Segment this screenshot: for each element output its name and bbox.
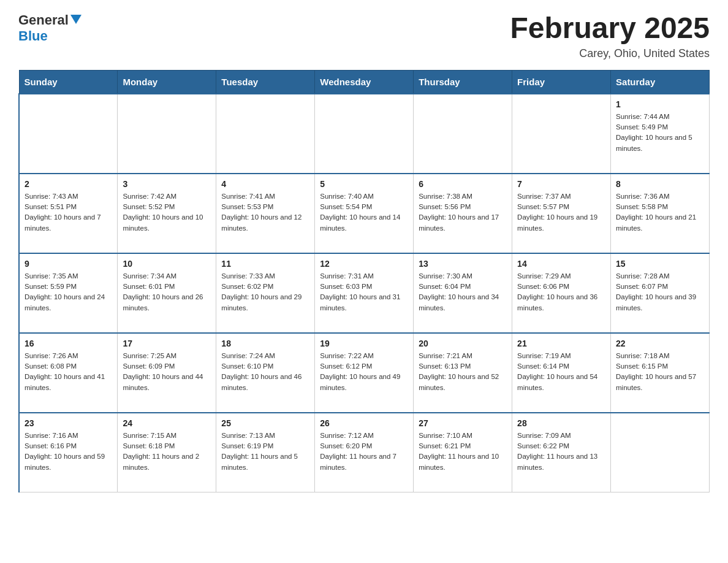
calendar-day-cell: 11Sunrise: 7:33 AMSunset: 6:02 PMDayligh… <box>216 253 315 333</box>
day-number: 3 <box>123 179 211 189</box>
day-info: Sunrise: 7:12 AMSunset: 6:20 PMDaylight:… <box>320 431 408 473</box>
day-number: 7 <box>517 179 605 189</box>
calendar-day-cell: 5Sunrise: 7:40 AMSunset: 5:54 PMDaylight… <box>315 174 414 253</box>
day-info: Sunrise: 7:13 AMSunset: 6:19 PMDaylight:… <box>221 431 309 473</box>
day-info: Sunrise: 7:10 AMSunset: 6:21 PMDaylight:… <box>419 431 507 473</box>
logo-triangle-icon <box>70 15 82 24</box>
calendar-day-cell: 1Sunrise: 7:44 AMSunset: 5:49 PMDaylight… <box>611 94 710 174</box>
calendar-day-cell: 23Sunrise: 7:16 AMSunset: 6:16 PMDayligh… <box>19 413 118 492</box>
day-number: 23 <box>25 418 112 428</box>
day-info: Sunrise: 7:33 AMSunset: 6:02 PMDaylight:… <box>221 271 309 313</box>
day-number: 24 <box>123 418 211 428</box>
calendar-day-cell: 9Sunrise: 7:35 AMSunset: 5:59 PMDaylight… <box>19 253 118 333</box>
day-number: 10 <box>123 259 211 269</box>
day-info: Sunrise: 7:16 AMSunset: 6:16 PMDaylight:… <box>25 431 112 473</box>
title-block: February 2025 Carey, Ohio, United States <box>510 12 710 60</box>
calendar-day-cell <box>315 94 414 174</box>
day-number: 19 <box>320 339 408 348</box>
day-number: 11 <box>221 259 309 269</box>
calendar-day-cell <box>19 94 118 174</box>
calendar-day-cell: 16Sunrise: 7:26 AMSunset: 6:08 PMDayligh… <box>19 333 118 413</box>
day-info: Sunrise: 7:42 AMSunset: 5:52 PMDaylight:… <box>123 191 211 234</box>
location: Carey, Ohio, United States <box>510 47 710 60</box>
calendar-day-cell: 18Sunrise: 7:24 AMSunset: 6:10 PMDayligh… <box>216 333 315 413</box>
day-info: Sunrise: 7:35 AMSunset: 5:59 PMDaylight:… <box>25 271 112 313</box>
calendar-day-cell: 15Sunrise: 7:28 AMSunset: 6:07 PMDayligh… <box>611 253 710 333</box>
day-number: 18 <box>221 339 309 348</box>
calendar-weekday-wednesday: Wednesday <box>315 70 414 94</box>
day-info: Sunrise: 7:25 AMSunset: 6:09 PMDaylight:… <box>123 351 211 393</box>
calendar-table: SundayMondayTuesdayWednesdayThursdayFrid… <box>18 70 710 493</box>
calendar-day-cell: 27Sunrise: 7:10 AMSunset: 6:21 PMDayligh… <box>414 413 512 492</box>
day-info: Sunrise: 7:29 AMSunset: 6:06 PMDaylight:… <box>517 271 605 313</box>
calendar-weekday-saturday: Saturday <box>611 70 710 94</box>
day-number: 22 <box>616 339 704 348</box>
calendar-week-row: 16Sunrise: 7:26 AMSunset: 6:08 PMDayligh… <box>19 333 710 413</box>
day-number: 1 <box>616 99 704 109</box>
day-info: Sunrise: 7:21 AMSunset: 6:13 PMDaylight:… <box>419 351 507 393</box>
day-number: 13 <box>419 259 507 269</box>
calendar-week-row: 9Sunrise: 7:35 AMSunset: 5:59 PMDaylight… <box>19 253 710 333</box>
logo: General Blue <box>18 12 82 44</box>
day-number: 12 <box>320 259 408 269</box>
day-info: Sunrise: 7:31 AMSunset: 6:03 PMDaylight:… <box>320 271 408 313</box>
calendar-weekday-monday: Monday <box>118 70 216 94</box>
day-number: 17 <box>123 339 211 348</box>
day-number: 28 <box>517 418 605 428</box>
calendar-day-cell: 21Sunrise: 7:19 AMSunset: 6:14 PMDayligh… <box>512 333 611 413</box>
day-info: Sunrise: 7:40 AMSunset: 5:54 PMDaylight:… <box>320 191 408 234</box>
calendar-day-cell: 26Sunrise: 7:12 AMSunset: 6:20 PMDayligh… <box>315 413 414 492</box>
calendar-day-cell <box>611 413 710 492</box>
day-info: Sunrise: 7:43 AMSunset: 5:51 PMDaylight:… <box>25 191 112 234</box>
calendar-day-cell: 25Sunrise: 7:13 AMSunset: 6:19 PMDayligh… <box>216 413 315 492</box>
calendar-day-cell: 3Sunrise: 7:42 AMSunset: 5:52 PMDaylight… <box>118 174 216 253</box>
day-number: 25 <box>221 418 309 428</box>
calendar-day-cell: 22Sunrise: 7:18 AMSunset: 6:15 PMDayligh… <box>611 333 710 413</box>
calendar-day-cell: 19Sunrise: 7:22 AMSunset: 6:12 PMDayligh… <box>315 333 414 413</box>
day-info: Sunrise: 7:24 AMSunset: 6:10 PMDaylight:… <box>221 351 309 393</box>
day-info: Sunrise: 7:28 AMSunset: 6:07 PMDaylight:… <box>616 271 704 313</box>
calendar-day-cell: 20Sunrise: 7:21 AMSunset: 6:13 PMDayligh… <box>414 333 512 413</box>
calendar-day-cell: 6Sunrise: 7:38 AMSunset: 5:56 PMDaylight… <box>414 174 512 253</box>
day-number: 2 <box>25 179 112 189</box>
calendar-day-cell: 10Sunrise: 7:34 AMSunset: 6:01 PMDayligh… <box>118 253 216 333</box>
calendar-day-cell <box>216 94 315 174</box>
day-info: Sunrise: 7:15 AMSunset: 6:18 PMDaylight:… <box>123 431 211 473</box>
logo-text-general: General <box>18 12 69 28</box>
calendar-weekday-thursday: Thursday <box>414 70 512 94</box>
day-info: Sunrise: 7:44 AMSunset: 5:49 PMDaylight:… <box>616 112 704 154</box>
day-number: 14 <box>517 259 605 269</box>
calendar-day-cell: 17Sunrise: 7:25 AMSunset: 6:09 PMDayligh… <box>118 333 216 413</box>
calendar-day-cell: 14Sunrise: 7:29 AMSunset: 6:06 PMDayligh… <box>512 253 611 333</box>
day-number: 4 <box>221 179 309 189</box>
day-number: 6 <box>419 179 507 189</box>
day-number: 15 <box>616 259 704 269</box>
day-info: Sunrise: 7:37 AMSunset: 5:57 PMDaylight:… <box>517 191 605 234</box>
day-number: 27 <box>419 418 507 428</box>
day-info: Sunrise: 7:41 AMSunset: 5:53 PMDaylight:… <box>221 191 309 234</box>
calendar-day-cell: 4Sunrise: 7:41 AMSunset: 5:53 PMDaylight… <box>216 174 315 253</box>
calendar-weekday-sunday: Sunday <box>19 70 118 94</box>
day-number: 26 <box>320 418 408 428</box>
page-header: General Blue February 2025 Carey, Ohio, … <box>18 12 710 60</box>
calendar-day-cell <box>118 94 216 174</box>
calendar-day-cell: 13Sunrise: 7:30 AMSunset: 6:04 PMDayligh… <box>414 253 512 333</box>
day-info: Sunrise: 7:38 AMSunset: 5:56 PMDaylight:… <box>419 191 507 234</box>
day-info: Sunrise: 7:36 AMSunset: 5:58 PMDaylight:… <box>616 191 704 234</box>
calendar-day-cell: 24Sunrise: 7:15 AMSunset: 6:18 PMDayligh… <box>118 413 216 492</box>
calendar-day-cell <box>414 94 512 174</box>
calendar-week-row: 1Sunrise: 7:44 AMSunset: 5:49 PMDaylight… <box>19 94 710 174</box>
day-number: 9 <box>25 259 112 269</box>
day-number: 5 <box>320 179 408 189</box>
calendar-week-row: 2Sunrise: 7:43 AMSunset: 5:51 PMDaylight… <box>19 174 710 253</box>
calendar-header-row: SundayMondayTuesdayWednesdayThursdayFrid… <box>19 70 710 94</box>
day-number: 21 <box>517 339 605 348</box>
day-info: Sunrise: 7:18 AMSunset: 6:15 PMDaylight:… <box>616 351 704 393</box>
day-info: Sunrise: 7:22 AMSunset: 6:12 PMDaylight:… <box>320 351 408 393</box>
calendar-week-row: 23Sunrise: 7:16 AMSunset: 6:16 PMDayligh… <box>19 413 710 492</box>
calendar-day-cell: 12Sunrise: 7:31 AMSunset: 6:03 PMDayligh… <box>315 253 414 333</box>
day-info: Sunrise: 7:09 AMSunset: 6:22 PMDaylight:… <box>517 431 605 473</box>
calendar-weekday-friday: Friday <box>512 70 611 94</box>
calendar-day-cell: 8Sunrise: 7:36 AMSunset: 5:58 PMDaylight… <box>611 174 710 253</box>
day-number: 20 <box>419 339 507 348</box>
